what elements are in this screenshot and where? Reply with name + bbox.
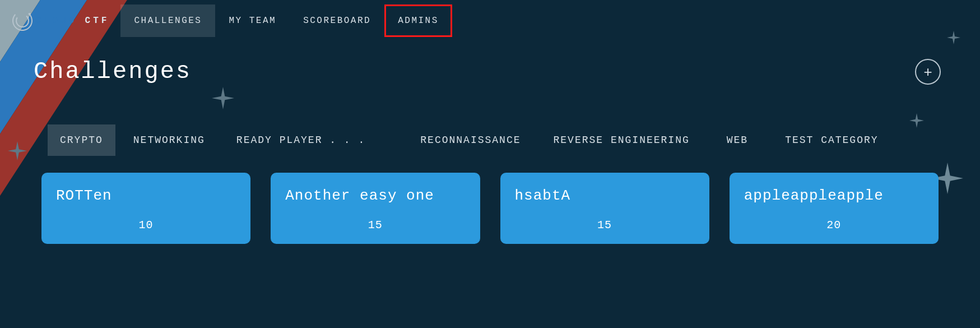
tab-networking[interactable]: NETWORKING [121,124,217,156]
challenge-card[interactable]: hsabtA 15 [500,173,709,244]
page-title: Challenges [34,58,192,85]
challenge-title: ROTTen [56,187,236,204]
tab-reverse-engineering[interactable]: REVERSE ENGINEERING [541,124,702,156]
challenge-grid: ROTTen 10 Another easy one 15 hsabtA 15 … [0,173,980,244]
main-nav: CHALLENGES MY TEAM SCOREBOARD ADMINS [120,4,452,37]
logo[interactable]: CLOUD CTF [11,10,109,32]
nav-admins[interactable]: ADMINS [384,4,452,37]
challenge-points: 15 [285,219,465,232]
tab-web[interactable]: WEB [714,124,760,156]
category-tabs: CRYPTO NETWORKING READY PLAYER . . . REC… [0,102,980,173]
nav-challenges[interactable]: CHALLENGES [120,4,215,37]
nav-my-team[interactable]: MY TEAM [215,4,290,37]
challenge-title: Another easy one [285,187,465,204]
nav-scoreboard[interactable]: SCOREBOARD [290,4,384,37]
tab-crypto[interactable]: CRYPTO [48,124,115,156]
logo-icon [11,10,34,32]
tab-ready-player[interactable]: READY PLAYER . . . [224,124,378,156]
top-nav: CLOUD CTF CHALLENGES MY TEAM SCOREBOARD … [0,0,980,41]
tab-reconnaissance[interactable]: RECONNAISSANCE [408,124,533,156]
challenge-points: 20 [744,219,924,232]
challenge-title: appleappleapple [744,187,924,204]
challenge-points: 15 [515,219,695,232]
challenge-points: 10 [56,219,236,232]
svg-point-2 [29,13,31,15]
tab-test-category[interactable]: TEST CATEGORY [773,124,890,156]
challenge-title: hsabtA [515,187,695,204]
challenge-card[interactable]: Another easy one 15 [271,173,480,244]
svg-point-1 [14,12,31,30]
page-header: Challenges + [0,41,980,102]
challenge-card[interactable]: ROTTen 10 [41,173,250,244]
plus-icon: + [923,63,932,81]
svg-point-0 [11,10,34,32]
add-challenge-button[interactable]: + [915,59,941,85]
svg-point-3 [27,16,29,18]
logo-text: CLOUD CTF [36,16,109,26]
challenge-card[interactable]: appleappleapple 20 [730,173,939,244]
